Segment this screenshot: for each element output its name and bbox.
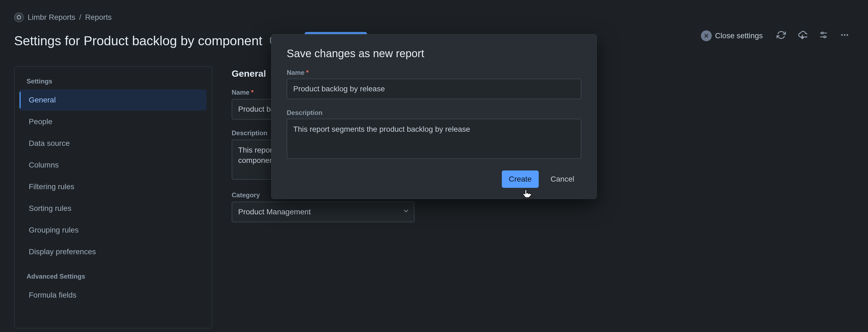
svg-point-6	[822, 32, 823, 34]
sidebar-item-label: Filtering rules	[29, 182, 74, 191]
settings-sidebar: Settings General People Data source Colu…	[14, 66, 212, 329]
sidebar-item-label: General	[29, 96, 56, 104]
breadcrumb-link-home[interactable]: Limbr Reports	[28, 13, 75, 21]
sidebar-item-label: Display preferences	[29, 247, 96, 256]
more-button[interactable]	[836, 27, 854, 44]
page-shell: Limbr Reports / Reports Settings for Pro…	[0, 0, 868, 332]
sliders-icon	[819, 30, 828, 41]
breadcrumb-link-reports[interactable]: Reports	[85, 13, 112, 21]
sidebar-item-sorting-rules[interactable]: Sorting rules	[20, 198, 207, 219]
sidebar-item-label: Grouping rules	[29, 226, 79, 234]
sidebar-item-label: People	[29, 118, 52, 126]
required-star-icon: *	[251, 89, 253, 96]
page-title-wrap: Settings for Product backlog by componen…	[14, 33, 297, 48]
form-label-text: Category	[231, 191, 260, 199]
header-actions-right: Close settings	[695, 27, 854, 44]
sidebar-item-label: Formula fields	[29, 291, 76, 299]
sidebar-item-label: Sorting rules	[29, 204, 71, 213]
svg-point-10	[846, 34, 848, 36]
page-title: Settings for Product backlog by componen…	[14, 33, 262, 48]
create-button[interactable]: Create	[502, 170, 539, 188]
download-button[interactable]	[794, 27, 811, 44]
svg-point-8	[841, 34, 843, 36]
refresh-button[interactable]	[773, 27, 790, 44]
sidebar-section-advanced: Advanced Settings	[19, 273, 208, 284]
breadcrumb-separator: /	[79, 13, 82, 21]
sidebar-item-label: Columns	[29, 161, 59, 169]
download-cloud-icon	[798, 30, 807, 42]
sidebar-item-label: Data source	[29, 139, 70, 148]
close-settings-label: Close settings	[715, 31, 763, 40]
sidebar-item-grouping-rules[interactable]: Grouping rules	[20, 220, 207, 241]
sidebar-item-display-preferences[interactable]: Display preferences	[20, 241, 207, 262]
cancel-button[interactable]: Cancel	[544, 170, 581, 188]
modal-field-description: Description This report segments the pro…	[287, 109, 581, 161]
more-horizontal-icon	[840, 30, 849, 41]
sidebar-item-people[interactable]: People	[20, 111, 207, 132]
close-settings-button[interactable]: Close settings	[695, 27, 769, 44]
svg-point-9	[844, 34, 845, 36]
sliders-button[interactable]	[815, 27, 832, 44]
modal-field-name: Name *	[287, 69, 581, 99]
category-select[interactable]	[231, 202, 414, 222]
required-star-icon: *	[306, 69, 308, 76]
form-label-text: Description	[231, 129, 268, 137]
modal-actions: Create Cancel	[287, 170, 581, 188]
category-select-wrap	[231, 202, 414, 222]
save-as-new-report-modal: Save changes as new report Name * Descri…	[271, 34, 597, 199]
modal-description-textarea[interactable]: This report segments the product backlog…	[287, 119, 581, 159]
sidebar-item-filtering-rules[interactable]: Filtering rules	[20, 176, 207, 197]
form-label-text: Name	[287, 69, 304, 76]
modal-label-name: Name *	[287, 69, 581, 76]
svg-point-7	[824, 36, 826, 38]
sidebar-section-settings: Settings	[19, 77, 208, 89]
sidebar-item-formula-fields[interactable]: Formula fields	[20, 285, 207, 306]
modal-name-input[interactable]	[287, 78, 581, 99]
sidebar-item-columns[interactable]: Columns	[20, 155, 207, 176]
svg-point-0	[17, 15, 21, 19]
sidebar-item-general[interactable]: General	[20, 90, 207, 110]
form-label-text: Name	[231, 89, 249, 96]
breadcrumb: Limbr Reports / Reports	[14, 12, 414, 23]
brand-ring-icon	[14, 12, 24, 22]
modal-label-description: Description	[287, 109, 581, 117]
sidebar-item-data-source[interactable]: Data source	[20, 133, 207, 154]
close-x-icon	[701, 30, 712, 41]
sidebar-divider	[19, 263, 208, 273]
form-label-text: Description	[287, 109, 322, 117]
modal-title: Save changes as new report	[287, 47, 581, 60]
refresh-icon	[777, 30, 786, 41]
